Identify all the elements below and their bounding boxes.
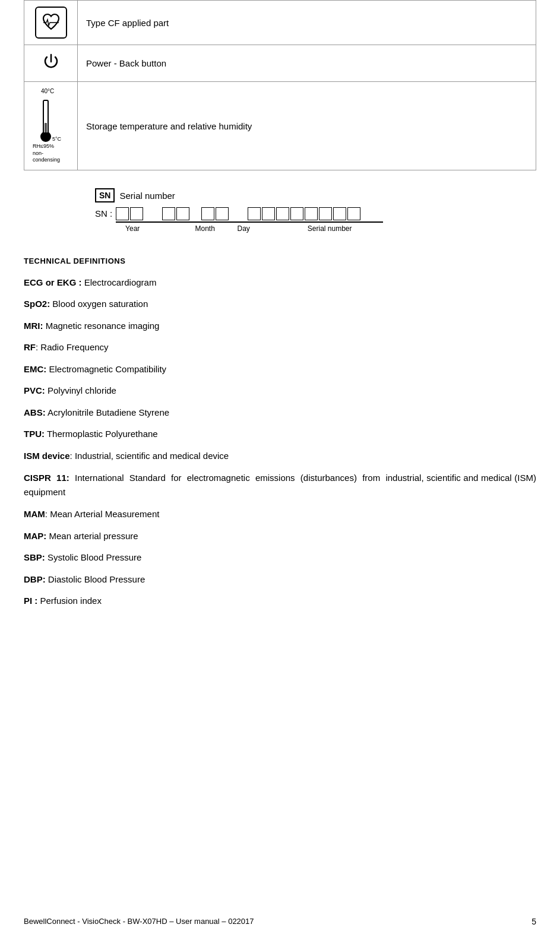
sn-year-boxes	[116, 207, 143, 220]
def-abs: Acrylonitrile Butadiene Styrene	[46, 407, 169, 417]
sn-year-label: Year	[116, 224, 149, 233]
definition-emc: EMC: Electromagnetic Compatibility	[24, 363, 536, 376]
sn-char-box	[248, 207, 261, 220]
definition-tpu: TPU: Thermoplastic Polyurethane	[24, 428, 536, 441]
sn-char-box	[262, 207, 275, 220]
table-row: Type CF applied part	[24, 1, 536, 45]
definition-ecg: ECG or EKG : Electrocardiogram	[24, 276, 536, 290]
cf-icon	[35, 7, 67, 39]
sn-char-box	[276, 207, 289, 220]
sn-box: SN	[95, 188, 115, 202]
temp-icon-cell: 40°C 5°C	[24, 82, 78, 170]
sn-char-box	[176, 207, 189, 220]
sn-char-box	[201, 207, 214, 220]
sn-char-box	[333, 207, 346, 220]
sn-char-box	[347, 207, 360, 220]
cf-label: Type CF applied part	[78, 1, 536, 45]
def-ism: : Industrial, scientific and medical dev…	[70, 451, 229, 461]
definition-rf: RF: Radio Frequency	[24, 341, 536, 354]
power-icon	[33, 51, 69, 75]
sn-serial-label: Serial number	[276, 224, 383, 233]
term-rf: RF	[24, 342, 36, 352]
definition-cispr: CISPR 11: International Standard for ele…	[24, 471, 536, 499]
definition-ism: ISM device: Industrial, scientific and m…	[24, 449, 536, 463]
serial-section: SN Serial number SN :	[95, 188, 536, 233]
def-pvc: Polyvinyl chloride	[45, 385, 116, 395]
term-mri: MRI:	[24, 321, 43, 331]
sn-day-boxes	[201, 207, 229, 220]
sn-day-label: Day	[229, 224, 258, 233]
cf-symbol-svg	[40, 11, 62, 34]
term-tpu: TPU:	[24, 429, 45, 439]
def-pi: Perfusion index	[37, 596, 102, 606]
sn-title: Serial number	[119, 191, 175, 201]
term-map: MAP:	[24, 531, 46, 541]
term-emc: EMC:	[24, 364, 46, 374]
def-mam: : Mean Arterial Measurement	[45, 509, 160, 519]
table-row: Power - Back button	[24, 45, 536, 82]
page-number: 5	[531, 917, 536, 926]
def-mri: Magnetic resonance imaging	[43, 321, 160, 331]
term-cispr: CISPR 11:	[24, 473, 69, 483]
definition-mam: MAM: Mean Arterial Measurement	[24, 508, 536, 521]
term-ism: ISM device	[24, 451, 70, 461]
page-footer: BewellConnect - VisioCheck - BW-X07HD – …	[24, 917, 536, 926]
tech-title: Technical Definitions	[24, 257, 536, 265]
def-map: Mean arterial pressure	[46, 531, 138, 541]
term-pi: PI :	[24, 596, 37, 606]
def-ecg: Electrocardiogram	[82, 277, 157, 287]
definition-pvc: PVC: Polyvinyl chloride	[24, 384, 536, 398]
sn-month-boxes	[162, 207, 189, 220]
sn-serial-boxes	[248, 207, 360, 220]
definition-spo2: SpO2: Blood oxygen saturation	[24, 297, 536, 311]
power-icon-cell	[24, 45, 78, 82]
definition-pi: PI : Perfusion index	[24, 594, 536, 608]
term-mam: MAM	[24, 509, 45, 519]
def-dbp: Diastolic Blood Pressure	[46, 574, 145, 584]
definition-abs: ABS: Acrylonitrile Butadiene Styrene	[24, 406, 536, 420]
sn-prefix: SN :	[95, 208, 112, 219]
term-spo2: SpO2:	[24, 299, 50, 309]
cf-icon-cell	[24, 1, 78, 45]
def-sbp: Systolic Blood Pressure	[45, 552, 142, 562]
sn-month-label: Month	[189, 224, 220, 233]
sn-char-box	[290, 207, 303, 220]
sn-month-group	[162, 207, 189, 220]
sn-serial-group	[248, 207, 360, 220]
sn-char-box	[216, 207, 229, 220]
sn-day-group	[201, 207, 229, 220]
sn-char-box	[116, 207, 129, 220]
table-row: 40°C 5°C	[24, 82, 536, 170]
sn-char-box	[162, 207, 175, 220]
sn-format: SN :	[95, 207, 536, 233]
def-cispr: International Standard for electromagnet…	[24, 473, 536, 497]
def-spo2: Blood oxygen saturation	[50, 299, 148, 309]
power-label: Power - Back button	[78, 45, 536, 82]
def-rf: : Radio Frequency	[36, 342, 109, 352]
term-abs: ABS:	[24, 407, 46, 417]
tech-section: Technical Definitions ECG or EKG : Elect…	[24, 257, 536, 608]
sn-year-group	[116, 207, 143, 220]
term-pvc: PVC:	[24, 385, 45, 395]
temp-icon: 40°C 5°C	[33, 88, 69, 164]
term-sbp: SBP:	[24, 552, 45, 562]
definition-map: MAP: Mean arterial pressure	[24, 530, 536, 543]
def-tpu: Thermoplastic Polyurethane	[45, 429, 158, 439]
temp-label: Storage temperature and relative humidit…	[78, 82, 536, 170]
term-ecg: ECG or EKG :	[24, 277, 82, 287]
footer-label: BewellConnect - VisioCheck - BW-X07HD – …	[24, 917, 254, 926]
sn-char-box	[305, 207, 318, 220]
definition-mri: MRI: Magnetic resonance imaging	[24, 319, 536, 333]
definition-dbp: DBP: Diastolic Blood Pressure	[24, 573, 536, 587]
def-emc: Electromagnetic Compatibility	[46, 364, 166, 374]
definition-sbp: SBP: Systolic Blood Pressure	[24, 551, 536, 565]
sn-char-box	[130, 207, 143, 220]
symbols-table: Type CF applied part Power - Back button	[24, 0, 536, 170]
power-symbol-svg	[40, 51, 62, 74]
term-dbp: DBP:	[24, 574, 46, 584]
sn-char-box	[319, 207, 332, 220]
serial-label-row: SN Serial number	[95, 188, 536, 202]
